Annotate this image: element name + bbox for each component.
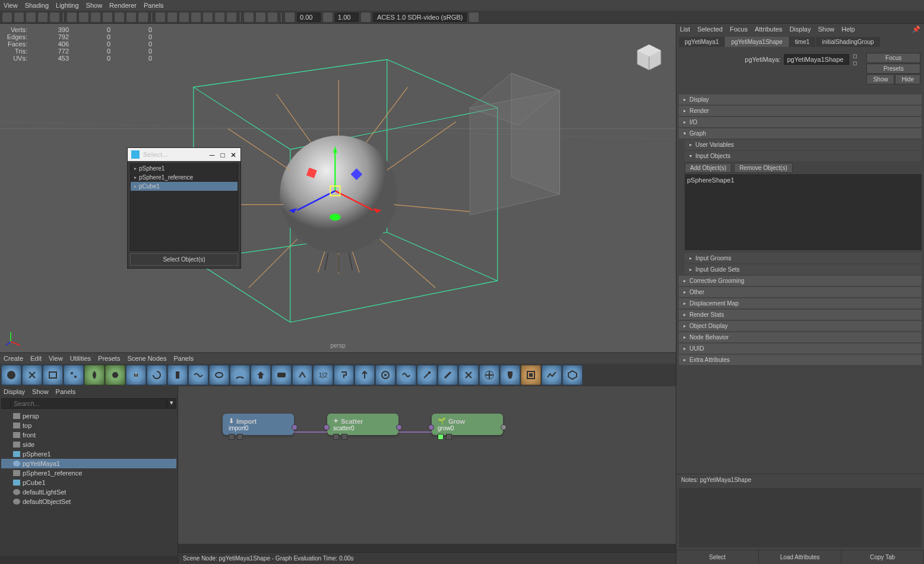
tool-xray-joints-icon[interactable] [268,12,277,22]
remove-objects-button[interactable]: Remove Object(s) [734,163,793,173]
dialog-item-psphere1-reference[interactable]: pSphere1_reference [131,173,238,182]
section-other[interactable]: Other [679,287,922,297]
load-attributes-button[interactable]: Load Attributes [759,550,841,564]
ne-menu-panels[interactable]: Panels [173,355,194,362]
outliner-menu-display[interactable]: Display [4,388,25,395]
node-output-port[interactable] [501,424,507,430]
ne-menu-utilities[interactable]: Utilities [70,355,91,362]
input-object-item[interactable]: pSphereShape1 [687,177,919,184]
section-extra-attributes[interactable]: Extra Attributes [679,355,922,365]
ne-menu-presets[interactable]: Presets [98,355,120,362]
3d-viewport[interactable]: Verts:39000 Edges:79200 Faces:40600 Tris… [0,24,676,352]
close-icon[interactable]: ✕ [230,151,237,158]
section-render-stats[interactable]: Render Stats [679,310,922,320]
outliner-item-persp[interactable]: persp [1,411,176,421]
ne-tool-4-icon[interactable] [64,365,84,385]
ne-tool-24-icon[interactable] [479,365,499,385]
ne-tool-19-icon[interactable] [375,365,395,385]
section-input-objects[interactable]: Input Objects [685,151,922,161]
ae-menu-selected[interactable]: Selected [697,26,723,33]
node-input-port[interactable] [428,424,434,430]
menu-shading[interactable]: Shading [25,2,49,9]
ne-tool-10-icon[interactable] [188,365,208,385]
presets-button[interactable]: Presets [866,64,920,74]
ne-tool-23-icon[interactable] [458,365,479,385]
tool-shaded-icon[interactable] [167,12,177,22]
ne-tool-9-icon[interactable] [167,365,188,385]
pin-icon[interactable]: 📌 [912,26,920,33]
ae-menu-attributes[interactable]: Attributes [755,26,782,33]
ne-tool-20-icon[interactable] [396,365,416,385]
tab-pgyetimaya1shape[interactable]: pgYetiMaya1Shape [725,37,788,47]
copy-tab-button[interactable]: Copy Tab [841,550,924,564]
ne-tool-17-icon[interactable] [334,365,354,385]
colorspace-dropdown[interactable]: ACES 1.0 SDR-video (sRGB) [373,12,467,22]
section-node-behavior[interactable]: Node Behavior [679,332,922,342]
ne-tool-7-icon[interactable]: ! [126,365,146,385]
node-graph[interactable]: ⬇Import import0 ✦Scatter scatter0 [178,386,676,544]
outliner-menu-panels[interactable]: Panels [56,388,76,395]
node-port[interactable] [229,434,235,440]
ne-tool-14-icon[interactable] [271,365,292,385]
node-import[interactable]: ⬇Import import0 [223,414,294,435]
ne-tool-27-icon[interactable] [542,365,562,385]
section-user-variables[interactable]: User Variables [685,140,922,150]
menu-view[interactable]: View [4,2,18,9]
outliner-scrollbar[interactable] [0,556,178,564]
nav-back-icon[interactable]: ◻ [853,53,857,59]
node-input-port[interactable] [324,424,330,430]
maximize-icon[interactable]: □ [219,151,226,158]
menu-lighting[interactable]: Lighting [56,2,79,9]
node-grow[interactable]: 🌱Grow grow0 [432,414,503,435]
node-port[interactable] [341,434,347,440]
ne-tool-2-icon[interactable] [22,365,42,385]
tool-image-plane-icon[interactable] [26,12,36,22]
tool-xray-icon[interactable] [256,12,265,22]
ne-tool-25-icon[interactable] [500,365,520,385]
node-output-port[interactable] [292,424,298,430]
node-output-port[interactable] [396,424,402,430]
tool-shadows-icon[interactable] [203,12,213,22]
ne-tool-5-icon[interactable] [84,365,105,385]
tool-exposure-icon[interactable] [285,12,295,22]
select-objects-button[interactable]: Select Object(s) [130,253,238,266]
ne-menu-view[interactable]: View [49,355,63,362]
tool-grid-icon[interactable] [67,12,77,22]
nav-fwd-icon[interactable]: ◻ [853,60,857,66]
tool-antialias-icon[interactable] [227,12,236,22]
tool-wireframe-icon[interactable] [156,12,165,22]
ne-tool-12-icon[interactable] [230,365,250,385]
tool-film-gate-icon[interactable] [79,12,88,22]
outliner-item-psphere1-reference[interactable]: pSphere1_reference [1,468,176,478]
tool-bookmark-icon[interactable] [14,12,24,22]
tool-safe-action-icon[interactable] [115,12,124,22]
ne-tool-3-icon[interactable] [43,365,63,385]
outliner-item-pcube1[interactable]: pCube1 [1,478,176,487]
ne-menu-create[interactable]: Create [4,355,23,362]
node-port[interactable] [446,434,452,440]
node-scatter[interactable]: ✦Scatter scatter0 [327,414,398,435]
tool-dropdown-arrow-icon[interactable] [469,12,479,22]
section-display[interactable]: Display [679,94,922,105]
ne-menu-edit[interactable]: Edit [30,355,42,362]
outliner-item-pgyetimaya1[interactable]: pgYetiMaya1 [1,459,176,468]
tool-safe-title-icon[interactable] [126,12,136,22]
tool-select-camera-icon[interactable] [2,12,12,22]
section-displacement-map[interactable]: Displacement Map [679,298,922,308]
outliner-menu-show[interactable]: Show [32,388,49,395]
outliner-item-defaultlightset[interactable]: defaultLightSet [1,487,176,497]
section-corrective-grooming[interactable]: Corrective Grooming [679,276,922,286]
ne-tool-16-icon[interactable]: 1|2 [313,365,333,385]
section-graph[interactable]: Graph [679,128,922,138]
tab-initialshadinggroup[interactable]: initialShadingGroup [816,37,879,47]
tool-ao-icon[interactable] [215,12,224,22]
node-port[interactable] [438,434,444,440]
ne-tool-13-icon[interactable] [251,365,271,385]
tool-resolution-icon[interactable] [138,12,148,22]
focus-button[interactable]: Focus [866,53,920,63]
dialog-item-pcube1[interactable]: pCube1 [131,182,238,191]
ne-tool-28-icon[interactable] [562,365,583,385]
show-button[interactable]: Show [866,74,894,84]
select-button[interactable]: Select [676,550,759,564]
ne-tool-22-icon[interactable] [438,365,458,385]
